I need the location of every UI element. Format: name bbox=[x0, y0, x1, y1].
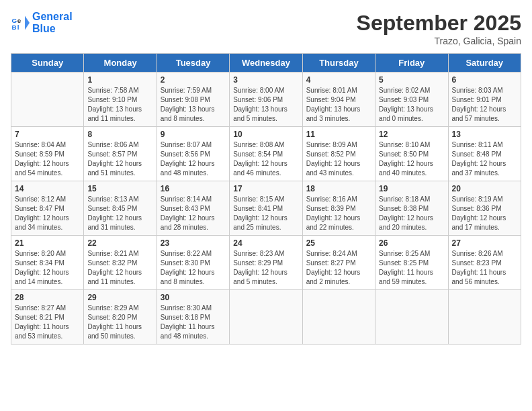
day-cell: 2 Sunrise: 7:59 AM Sunset: 9:08 PM Dayli… bbox=[157, 73, 229, 127]
svg-text:B: B bbox=[11, 24, 16, 31]
day-info: Sunrise: 8:14 AM Sunset: 8:43 PM Dayligh… bbox=[161, 195, 226, 232]
day-number: 18 bbox=[306, 184, 371, 193]
day-info: Sunrise: 8:30 AM Sunset: 8:18 PM Dayligh… bbox=[161, 304, 226, 341]
day-info: Sunrise: 8:04 AM Sunset: 8:59 PM Dayligh… bbox=[15, 140, 80, 178]
day-cell: 1 Sunrise: 7:58 AM Sunset: 9:10 PM Dayli… bbox=[84, 73, 157, 127]
day-info: Sunrise: 8:11 AM Sunset: 8:48 PM Dayligh… bbox=[452, 140, 517, 178]
day-cell: 27 Sunrise: 8:26 AM Sunset: 8:23 PM Dayl… bbox=[448, 236, 521, 290]
col-header-wednesday: Wednesday bbox=[230, 54, 302, 73]
day-cell: 20 Sunrise: 8:19 AM Sunset: 8:36 PM Dayl… bbox=[448, 181, 521, 236]
day-number: 25 bbox=[306, 238, 371, 248]
col-header-monday: Monday bbox=[84, 54, 157, 73]
header-row: SundayMondayTuesdayWednesdayThursdayFrid… bbox=[11, 54, 521, 73]
day-number: 17 bbox=[233, 184, 298, 193]
day-number: 21 bbox=[15, 238, 80, 248]
day-number: 13 bbox=[452, 130, 517, 139]
day-number: 7 bbox=[15, 130, 80, 139]
day-cell: 26 Sunrise: 8:25 AM Sunset: 8:25 PM Dayl… bbox=[375, 236, 448, 290]
day-number: 6 bbox=[452, 75, 517, 85]
day-info: Sunrise: 8:21 AM Sunset: 8:32 PM Dayligh… bbox=[87, 249, 152, 287]
week-row-1: 1 Sunrise: 7:58 AM Sunset: 9:10 PM Dayli… bbox=[11, 73, 521, 127]
day-info: Sunrise: 8:29 AM Sunset: 8:20 PM Dayligh… bbox=[87, 304, 152, 341]
svg-text:l: l bbox=[17, 24, 19, 31]
day-cell: 30 Sunrise: 8:30 AM Sunset: 8:18 PM Dayl… bbox=[157, 290, 229, 345]
day-cell: 18 Sunrise: 8:16 AM Sunset: 8:39 PM Dayl… bbox=[302, 181, 375, 236]
day-info: Sunrise: 8:27 AM Sunset: 8:21 PM Dayligh… bbox=[15, 304, 80, 341]
day-info: Sunrise: 8:06 AM Sunset: 8:57 PM Dayligh… bbox=[87, 140, 152, 178]
day-cell: 28 Sunrise: 8:27 AM Sunset: 8:21 PM Dayl… bbox=[11, 290, 84, 345]
col-header-sunday: Sunday bbox=[11, 54, 84, 73]
day-cell: 5 Sunrise: 8:02 AM Sunset: 9:03 PM Dayli… bbox=[375, 73, 448, 127]
day-number: 2 bbox=[161, 75, 226, 85]
day-cell: 25 Sunrise: 8:24 AM Sunset: 8:27 PM Dayl… bbox=[302, 236, 375, 290]
day-info: Sunrise: 8:19 AM Sunset: 8:36 PM Dayligh… bbox=[452, 195, 517, 232]
day-number: 26 bbox=[379, 238, 444, 248]
day-number: 19 bbox=[379, 184, 444, 193]
col-header-saturday: Saturday bbox=[448, 54, 521, 73]
day-number: 22 bbox=[87, 238, 152, 248]
day-number: 16 bbox=[161, 184, 226, 193]
day-cell bbox=[448, 290, 521, 345]
day-number: 11 bbox=[306, 130, 371, 139]
day-info: Sunrise: 8:25 AM Sunset: 8:25 PM Dayligh… bbox=[379, 249, 444, 287]
day-cell: 13 Sunrise: 8:11 AM Sunset: 8:48 PM Dayl… bbox=[448, 127, 521, 181]
day-info: Sunrise: 8:07 AM Sunset: 8:56 PM Dayligh… bbox=[161, 140, 226, 178]
logo-blue: Blue bbox=[32, 23, 73, 35]
day-info: Sunrise: 8:03 AM Sunset: 9:01 PM Dayligh… bbox=[452, 86, 517, 124]
day-number: 29 bbox=[87, 293, 152, 302]
day-cell bbox=[230, 290, 302, 345]
month-title: September 2025 bbox=[357, 11, 521, 36]
day-cell: 4 Sunrise: 8:01 AM Sunset: 9:04 PM Dayli… bbox=[302, 73, 375, 127]
col-header-thursday: Thursday bbox=[302, 54, 375, 73]
day-number: 15 bbox=[87, 184, 152, 193]
day-info: Sunrise: 8:01 AM Sunset: 9:04 PM Dayligh… bbox=[306, 86, 371, 124]
day-cell: 17 Sunrise: 8:15 AM Sunset: 8:41 PM Dayl… bbox=[230, 181, 302, 236]
day-number: 28 bbox=[15, 293, 80, 302]
day-cell: 22 Sunrise: 8:21 AM Sunset: 8:32 PM Dayl… bbox=[84, 236, 157, 290]
week-row-5: 28 Sunrise: 8:27 AM Sunset: 8:21 PM Dayl… bbox=[11, 290, 521, 345]
day-info: Sunrise: 7:59 AM Sunset: 9:08 PM Dayligh… bbox=[161, 86, 226, 124]
day-info: Sunrise: 8:09 AM Sunset: 8:52 PM Dayligh… bbox=[306, 140, 371, 178]
day-info: Sunrise: 8:02 AM Sunset: 9:03 PM Dayligh… bbox=[379, 86, 444, 124]
day-cell bbox=[302, 290, 375, 345]
logo-general: General bbox=[32, 11, 73, 23]
day-cell: 21 Sunrise: 8:20 AM Sunset: 8:34 PM Dayl… bbox=[11, 236, 84, 290]
day-number: 3 bbox=[233, 75, 298, 85]
day-cell: 23 Sunrise: 8:22 AM Sunset: 8:30 PM Dayl… bbox=[157, 236, 229, 290]
day-info: Sunrise: 8:18 AM Sunset: 8:38 PM Dayligh… bbox=[379, 195, 444, 232]
day-number: 9 bbox=[161, 130, 226, 139]
day-number: 30 bbox=[161, 293, 226, 302]
day-cell: 14 Sunrise: 8:12 AM Sunset: 8:47 PM Dayl… bbox=[11, 181, 84, 236]
day-info: Sunrise: 8:12 AM Sunset: 8:47 PM Dayligh… bbox=[15, 195, 80, 232]
day-number: 27 bbox=[452, 238, 517, 248]
day-number: 24 bbox=[233, 238, 298, 248]
day-cell bbox=[11, 73, 84, 127]
page-header: G e B l General Blue September 2025 Traz… bbox=[11, 11, 521, 46]
day-info: Sunrise: 7:58 AM Sunset: 9:10 PM Dayligh… bbox=[87, 86, 152, 124]
day-number: 5 bbox=[379, 75, 444, 85]
svg-marker-4 bbox=[25, 16, 30, 30]
day-info: Sunrise: 8:23 AM Sunset: 8:29 PM Dayligh… bbox=[233, 249, 298, 287]
week-row-2: 7 Sunrise: 8:04 AM Sunset: 8:59 PM Dayli… bbox=[11, 127, 521, 181]
day-cell: 9 Sunrise: 8:07 AM Sunset: 8:56 PM Dayli… bbox=[157, 127, 229, 181]
day-cell: 11 Sunrise: 8:09 AM Sunset: 8:52 PM Dayl… bbox=[302, 127, 375, 181]
day-cell: 29 Sunrise: 8:29 AM Sunset: 8:20 PM Dayl… bbox=[84, 290, 157, 345]
day-cell: 7 Sunrise: 8:04 AM Sunset: 8:59 PM Dayli… bbox=[11, 127, 84, 181]
logo: G e B l General Blue bbox=[11, 11, 73, 35]
day-info: Sunrise: 8:26 AM Sunset: 8:23 PM Dayligh… bbox=[452, 249, 517, 287]
title-block: September 2025 Trazo, Galicia, Spain bbox=[357, 11, 521, 46]
day-info: Sunrise: 8:15 AM Sunset: 8:41 PM Dayligh… bbox=[233, 195, 298, 232]
location: Trazo, Galicia, Spain bbox=[357, 36, 521, 46]
day-cell: 16 Sunrise: 8:14 AM Sunset: 8:43 PM Dayl… bbox=[157, 181, 229, 236]
day-number: 12 bbox=[379, 130, 444, 139]
day-info: Sunrise: 8:10 AM Sunset: 8:50 PM Dayligh… bbox=[379, 140, 444, 178]
day-cell: 8 Sunrise: 8:06 AM Sunset: 8:57 PM Dayli… bbox=[84, 127, 157, 181]
day-info: Sunrise: 8:22 AM Sunset: 8:30 PM Dayligh… bbox=[161, 249, 226, 287]
day-info: Sunrise: 8:20 AM Sunset: 8:34 PM Dayligh… bbox=[15, 249, 80, 287]
day-cell: 3 Sunrise: 8:00 AM Sunset: 9:06 PM Dayli… bbox=[230, 73, 302, 127]
day-cell: 12 Sunrise: 8:10 AM Sunset: 8:50 PM Dayl… bbox=[375, 127, 448, 181]
logo-icon: G e B l bbox=[11, 13, 30, 32]
day-cell bbox=[375, 290, 448, 345]
day-number: 14 bbox=[15, 184, 80, 193]
day-number: 8 bbox=[87, 130, 152, 139]
